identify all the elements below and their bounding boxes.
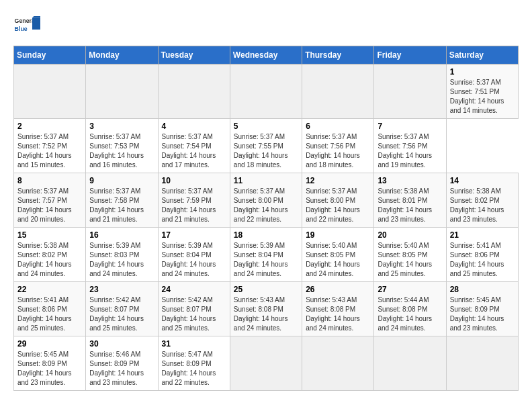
sunrise-label: Sunrise: 5:47 AM <box>162 351 213 358</box>
calendar-week-row: 2 Sunrise: 5:37 AM Sunset: 7:52 PM Dayli… <box>14 119 519 173</box>
calendar-header-monday: Monday <box>86 46 158 64</box>
sunset-label: Sunset: 8:02 PM <box>450 197 500 204</box>
sunrise-label: Sunrise: 5:40 AM <box>378 242 429 249</box>
calendar-cell: 30 Sunrise: 5:46 AM Sunset: 8:09 PM Dayl… <box>86 336 158 391</box>
calendar-cell: 5 Sunrise: 5:37 AM Sunset: 7:55 PM Dayli… <box>230 119 302 173</box>
calendar-cell: 15 Sunrise: 5:38 AM Sunset: 8:02 PM Dayl… <box>14 228 86 282</box>
calendar-cell <box>14 64 86 119</box>
calendar-cell <box>230 336 302 391</box>
calendar-cell: 8 Sunrise: 5:37 AM Sunset: 7:57 PM Dayli… <box>14 173 86 228</box>
sunset-label: Sunset: 8:09 PM <box>17 360 67 367</box>
page-header: General Blue <box>13 13 519 40</box>
calendar-cell <box>158 64 230 119</box>
calendar-cell: 25 Sunrise: 5:43 AM Sunset: 8:08 PM Dayl… <box>230 282 302 336</box>
day-number: 16 <box>89 230 154 240</box>
daylight-label: Daylight: 14 hours and 22 minutes. <box>234 206 288 223</box>
day-number: 11 <box>234 176 298 185</box>
daylight-label: Daylight: 14 hours and 24 minutes. <box>306 261 360 277</box>
sunset-label: Sunset: 8:04 PM <box>162 251 212 259</box>
daylight-label: Daylight: 14 hours and 24 minutes. <box>234 315 288 332</box>
sunrise-label: Sunrise: 5:42 AM <box>89 296 140 304</box>
calendar-cell: 27 Sunrise: 5:44 AM Sunset: 8:08 PM Dayl… <box>374 282 446 336</box>
day-number: 20 <box>378 230 442 240</box>
calendar-cell: 4 Sunrise: 5:37 AM Sunset: 7:54 PM Dayli… <box>158 119 230 173</box>
sunrise-label: Sunrise: 5:38 AM <box>17 242 69 249</box>
day-number: 27 <box>378 285 442 294</box>
day-number: 1 <box>450 67 515 77</box>
sunrise-label: Sunrise: 5:38 AM <box>450 187 501 195</box>
day-info: Sunrise: 5:41 AM Sunset: 8:06 PM Dayligh… <box>17 295 82 333</box>
svg-text:Blue: Blue <box>15 26 28 32</box>
day-number: 13 <box>378 176 442 185</box>
day-number: 31 <box>162 339 226 349</box>
sunset-label: Sunset: 8:07 PM <box>162 306 212 313</box>
calendar-cell: 14 Sunrise: 5:38 AM Sunset: 8:02 PM Dayl… <box>446 173 518 228</box>
day-info: Sunrise: 5:43 AM Sunset: 8:08 PM Dayligh… <box>234 295 298 333</box>
day-number: 25 <box>234 285 298 294</box>
sunset-label: Sunset: 8:07 PM <box>89 306 139 313</box>
sunrise-label: Sunrise: 5:44 AM <box>378 296 429 304</box>
sunrise-label: Sunrise: 5:39 AM <box>89 242 140 249</box>
calendar-cell: 3 Sunrise: 5:37 AM Sunset: 7:53 PM Dayli… <box>86 119 158 173</box>
sunset-label: Sunset: 7:58 PM <box>89 197 139 204</box>
day-number: 24 <box>162 285 226 294</box>
daylight-label: Daylight: 14 hours and 25 minutes. <box>378 261 432 277</box>
day-number: 7 <box>378 122 442 131</box>
logo: General Blue <box>13 13 43 40</box>
sunrise-label: Sunrise: 5:37 AM <box>17 187 69 195</box>
sunset-label: Sunset: 8:01 PM <box>378 197 427 204</box>
day-info: Sunrise: 5:39 AM Sunset: 8:04 PM Dayligh… <box>162 241 226 279</box>
calendar-week-row: 22 Sunrise: 5:41 AM Sunset: 8:06 PM Dayl… <box>14 282 519 336</box>
day-number: 22 <box>17 285 82 294</box>
calendar-cell <box>374 64 446 119</box>
sunset-label: Sunset: 8:09 PM <box>450 306 500 313</box>
calendar-cell: 23 Sunrise: 5:42 AM Sunset: 8:07 PM Dayl… <box>86 282 158 336</box>
day-info: Sunrise: 5:38 AM Sunset: 8:02 PM Dayligh… <box>450 187 515 224</box>
sunrise-label: Sunrise: 5:37 AM <box>306 133 357 140</box>
day-info: Sunrise: 5:37 AM Sunset: 7:53 PM Dayligh… <box>89 132 154 170</box>
daylight-label: Daylight: 14 hours and 22 minutes. <box>306 206 360 223</box>
daylight-label: Daylight: 14 hours and 24 minutes. <box>234 261 288 277</box>
daylight-label: Daylight: 14 hours and 25 minutes. <box>450 261 504 277</box>
sunset-label: Sunset: 7:56 PM <box>378 142 427 150</box>
sunrise-label: Sunrise: 5:42 AM <box>162 296 213 304</box>
day-number: 4 <box>162 122 226 131</box>
sunrise-label: Sunrise: 5:41 AM <box>17 296 69 304</box>
daylight-label: Daylight: 14 hours and 24 minutes. <box>89 261 144 277</box>
daylight-label: Daylight: 14 hours and 23 minutes. <box>378 206 432 223</box>
day-info: Sunrise: 5:37 AM Sunset: 7:51 PM Dayligh… <box>450 78 515 116</box>
day-info: Sunrise: 5:46 AM Sunset: 8:09 PM Dayligh… <box>89 350 154 387</box>
day-info: Sunrise: 5:37 AM Sunset: 7:54 PM Dayligh… <box>162 132 226 170</box>
calendar-cell: 22 Sunrise: 5:41 AM Sunset: 8:06 PM Dayl… <box>14 282 86 336</box>
sunset-label: Sunset: 8:04 PM <box>234 251 283 259</box>
calendar-cell: 26 Sunrise: 5:43 AM Sunset: 8:08 PM Dayl… <box>302 282 374 336</box>
calendar-cell: 31 Sunrise: 5:47 AM Sunset: 8:09 PM Dayl… <box>158 336 230 391</box>
sunset-label: Sunset: 8:08 PM <box>306 306 355 313</box>
calendar-cell: 10 Sunrise: 5:37 AM Sunset: 7:59 PM Dayl… <box>158 173 230 228</box>
calendar-cell: 11 Sunrise: 5:37 AM Sunset: 8:00 PM Dayl… <box>230 173 302 228</box>
calendar-week-row: 8 Sunrise: 5:37 AM Sunset: 7:57 PM Dayli… <box>14 173 519 228</box>
day-info: Sunrise: 5:45 AM Sunset: 8:09 PM Dayligh… <box>17 350 82 387</box>
day-info: Sunrise: 5:39 AM Sunset: 8:03 PM Dayligh… <box>89 241 154 279</box>
day-number: 29 <box>17 339 82 349</box>
calendar-cell: 20 Sunrise: 5:40 AM Sunset: 8:05 PM Dayl… <box>374 228 446 282</box>
sunset-label: Sunset: 7:59 PM <box>162 197 212 204</box>
calendar-header-row: SundayMondayTuesdayWednesdayThursdayFrid… <box>14 46 519 64</box>
calendar-cell: 29 Sunrise: 5:45 AM Sunset: 8:09 PM Dayl… <box>14 336 86 391</box>
sunset-label: Sunset: 7:55 PM <box>234 142 283 150</box>
daylight-label: Daylight: 14 hours and 23 minutes. <box>450 206 504 223</box>
calendar-cell: 1 Sunrise: 5:37 AM Sunset: 7:51 PM Dayli… <box>446 64 518 119</box>
sunrise-label: Sunrise: 5:37 AM <box>378 133 429 140</box>
sunset-label: Sunset: 8:05 PM <box>378 251 427 259</box>
sunset-label: Sunset: 7:56 PM <box>306 142 355 150</box>
day-info: Sunrise: 5:40 AM Sunset: 8:05 PM Dayligh… <box>378 241 442 279</box>
calendar-table: SundayMondayTuesdayWednesdayThursdayFrid… <box>13 46 519 391</box>
day-info: Sunrise: 5:37 AM Sunset: 7:59 PM Dayligh… <box>162 187 226 224</box>
day-number: 19 <box>306 230 370 240</box>
calendar-header-tuesday: Tuesday <box>158 46 230 64</box>
sunset-label: Sunset: 8:08 PM <box>234 306 283 313</box>
sunrise-label: Sunrise: 5:37 AM <box>306 187 357 195</box>
sunrise-label: Sunrise: 5:38 AM <box>378 187 429 195</box>
sunrise-label: Sunrise: 5:37 AM <box>89 187 140 195</box>
day-info: Sunrise: 5:37 AM Sunset: 7:52 PM Dayligh… <box>17 132 82 170</box>
